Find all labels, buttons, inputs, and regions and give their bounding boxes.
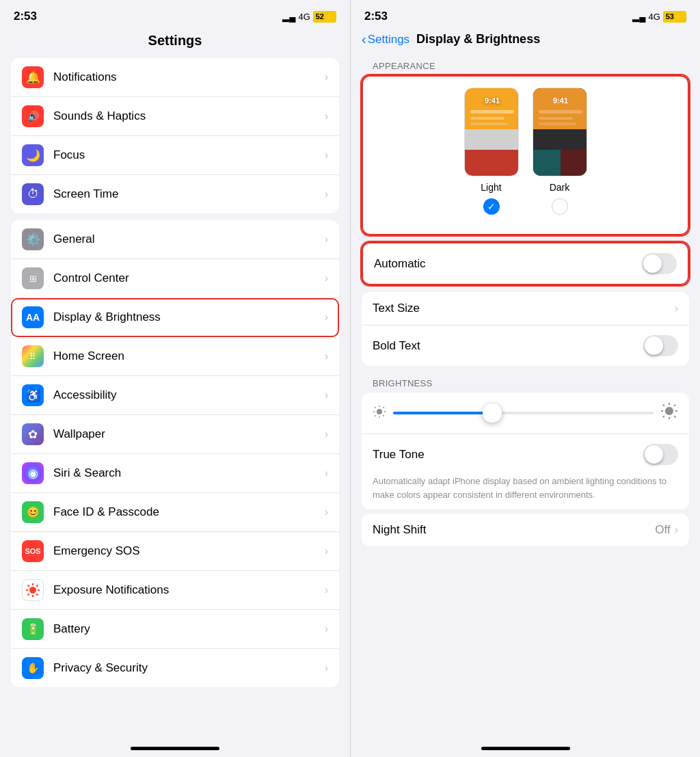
svg-rect-16 <box>470 122 508 125</box>
wallpaper-label: Wallpaper <box>53 427 325 441</box>
brightness-slider-fill <box>393 412 492 414</box>
status-icons-right: ▂▄ 4G 53⚡ <box>632 11 686 23</box>
brightness-section-label: BRIGHTNESS <box>362 373 689 393</box>
svg-line-40 <box>663 405 664 406</box>
chevron-icon: › <box>325 350 328 362</box>
siri-icon: ◉ <box>22 462 44 484</box>
svg-rect-21 <box>533 150 561 176</box>
toggle-knob <box>645 445 663 464</box>
notifications-label: Notifications <box>53 70 325 84</box>
night-shift-label: Night Shift <box>373 523 655 537</box>
light-preview: 9:41 <box>464 88 519 176</box>
sidebar-item-siri[interactable]: ◉ Siri & Search › <box>11 454 339 493</box>
svg-rect-11 <box>465 129 519 150</box>
svg-text:9:41: 9:41 <box>484 96 499 105</box>
svg-line-41 <box>674 416 675 417</box>
network-label-right: 4G <box>648 12 660 22</box>
general-label: General <box>53 233 325 246</box>
svg-text:9:41: 9:41 <box>552 96 567 105</box>
chevron-icon: › <box>325 623 328 635</box>
sidebar-item-exposure[interactable]: Exposure Notifications › <box>11 571 339 610</box>
brightness-card: True Tone Automatically adapt iPhone dis… <box>362 393 689 509</box>
time-left: 2:53 <box>14 10 37 23</box>
chevron-icon: › <box>325 311 328 323</box>
svg-rect-23 <box>539 110 582 114</box>
chevron-icon: › <box>325 584 328 596</box>
back-button[interactable]: ‹ Settings <box>362 31 409 47</box>
sidebar-item-control-center[interactable]: ⊞ Control Center › <box>11 259 339 298</box>
sidebar-item-accessibility[interactable]: ♿ Accessibility › <box>11 376 339 415</box>
sidebar-item-battery[interactable]: 🔋 Battery › <box>11 610 339 649</box>
display-icon: AA <box>22 306 44 328</box>
svg-point-26 <box>377 409 382 414</box>
brightness-slider-thumb[interactable] <box>483 403 502 423</box>
svg-line-7 <box>36 585 38 587</box>
control-center-icon: ⊞ <box>22 267 44 289</box>
chevron-icon: › <box>325 71 328 83</box>
signal-icon-right: ▂▄ <box>632 12 645 22</box>
bold-text-row[interactable]: Bold Text <box>362 326 689 366</box>
sidebar-item-faceid[interactable]: 😊 Face ID & Passcode › <box>11 493 339 532</box>
left-panel: 2:53 ▂▄ 4G 52⚡ Settings 🔔 Notifications … <box>0 0 350 757</box>
automatic-toggle[interactable] <box>642 253 677 274</box>
svg-line-34 <box>375 415 375 416</box>
sidebar-item-wallpaper[interactable]: ✿ Wallpaper › <box>11 415 339 454</box>
true-tone-row[interactable]: True Tone <box>362 434 689 475</box>
svg-rect-15 <box>470 117 504 120</box>
sidebar-item-display[interactable]: AA Display & Brightness › <box>11 298 339 337</box>
sidebar-item-home-screen[interactable]: ⠿ Home Screen › <box>11 337 339 376</box>
sidebar-item-sos[interactable]: SOS Emergency SOS › <box>11 532 339 571</box>
status-bar-right: 2:53 ▂▄ 4G 53⚡ <box>351 0 700 29</box>
svg-line-5 <box>28 585 29 587</box>
svg-rect-24 <box>539 117 573 120</box>
status-icons-left: ▂▄ 4G 52⚡ <box>282 11 336 23</box>
home-screen-label: Home Screen <box>53 349 325 363</box>
chevron-icon: › <box>325 506 328 518</box>
back-chevron-icon: ‹ <box>362 31 366 47</box>
right-content: APPEARANCE <box>351 55 700 757</box>
bold-text-toggle[interactable] <box>643 335 678 356</box>
svg-point-35 <box>665 407 673 415</box>
sidebar-item-screen-time[interactable]: ⏱ Screen Time › <box>11 175 339 213</box>
exposure-label: Exposure Notifications <box>53 583 325 597</box>
chevron-icon: › <box>325 188 328 200</box>
faceid-icon: 😊 <box>22 501 44 523</box>
dark-preview: 9:41 <box>533 88 587 176</box>
toggle-knob <box>645 336 663 355</box>
chevron-icon: › <box>325 149 328 161</box>
home-screen-icon: ⠿ <box>22 345 44 367</box>
text-size-row[interactable]: Text Size › <box>362 292 689 326</box>
display-label: Display & Brightness <box>53 310 325 324</box>
privacy-icon: ✋ <box>22 657 44 679</box>
focus-label: Focus <box>53 148 325 162</box>
control-center-label: Control Center <box>53 271 325 285</box>
sos-label: Emergency SOS <box>53 544 325 558</box>
sidebar-item-notifications[interactable]: 🔔 Notifications › <box>11 58 339 97</box>
time-right: 2:53 <box>364 10 388 23</box>
light-radio[interactable]: ✓ <box>483 198 500 215</box>
chevron-icon: › <box>675 524 678 536</box>
chevron-icon: › <box>325 428 328 440</box>
dark-radio[interactable] <box>552 198 568 215</box>
brightness-slider-track[interactable] <box>393 412 654 414</box>
sidebar-item-general[interactable]: ⚙️ General › <box>11 220 339 259</box>
appearance-option-dark[interactable]: 9:41 Dark <box>533 88 587 215</box>
nav-bar-right: ‹ Settings Display & Brightness <box>351 29 700 55</box>
night-shift-row[interactable]: Night Shift Off › <box>362 514 689 546</box>
page-title-right: Display & Brightness <box>416 32 540 47</box>
appearance-card: 9:41 Light ✓ <box>362 75 689 235</box>
sidebar-item-privacy[interactable]: ✋ Privacy & Security › <box>11 649 339 687</box>
automatic-label: Automatic <box>374 257 642 271</box>
svg-rect-12 <box>465 150 519 176</box>
svg-point-0 <box>29 587 36 594</box>
chevron-icon: › <box>325 389 328 401</box>
true-tone-toggle[interactable] <box>643 444 678 465</box>
signal-icon-left: ▂▄ <box>282 12 295 22</box>
sidebar-item-focus[interactable]: 🌙 Focus › <box>11 136 339 175</box>
svg-line-6 <box>36 594 38 595</box>
svg-rect-14 <box>470 110 514 114</box>
back-label: Settings <box>368 33 409 47</box>
sidebar-item-sounds[interactable]: 🔊 Sounds & Haptics › <box>11 97 339 136</box>
automatic-row[interactable]: Automatic <box>362 242 689 285</box>
appearance-option-light[interactable]: 9:41 Light ✓ <box>464 88 519 215</box>
